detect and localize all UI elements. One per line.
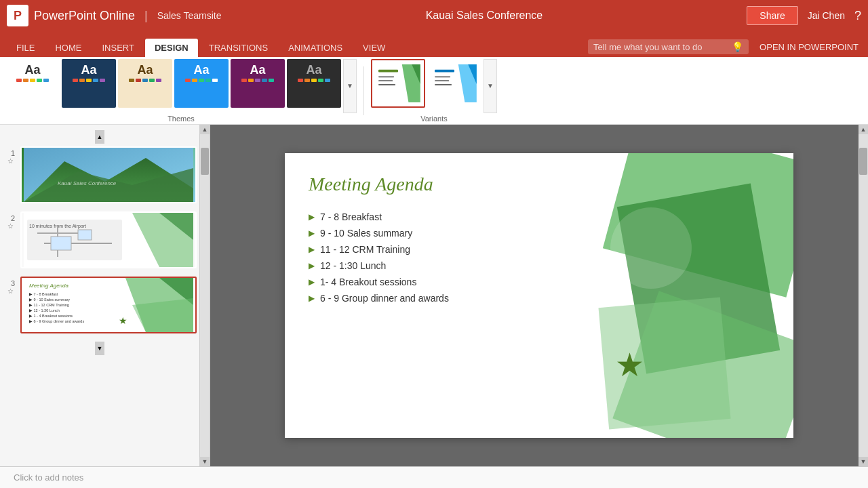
svg-rect-5	[378, 80, 393, 81]
agenda-item-1[interactable]: ▶ 9 - 10 Sales summary	[309, 228, 602, 239]
variant-2[interactable]	[427, 59, 481, 108]
slide-area: ▲ Meeting Agenda ▶ 7 - 8 Breakfast ▶	[210, 125, 868, 466]
agenda-arrow-3: ▶	[309, 261, 315, 270]
agenda-text-2: 11 - 12 CRM Training	[320, 244, 410, 255]
file-name: Kauai Sales Conference	[221, 9, 747, 22]
slide-number-1: 1	[1, 149, 15, 157]
slides-scroll-arrow-down[interactable]: ▼	[200, 457, 210, 466]
tab-animations[interactable]: ANIMATIONS	[279, 39, 352, 57]
slide-scroll-thumb	[859, 148, 867, 175]
svg-rect-10	[435, 69, 454, 72]
slides-scroll-thumb	[201, 148, 209, 175]
svg-rect-11	[435, 76, 450, 77]
svg-rect-13	[435, 83, 452, 85]
open-in-powerpoint-button[interactable]: OPEN IN POWERPOINT	[754, 40, 864, 54]
slide-item-1[interactable]: 1 ☆	[3, 146, 197, 203]
bg-circle	[610, 207, 692, 289]
svg-rect-27	[78, 230, 92, 240]
svg-text:▶ 11 - 12 CRM Training: ▶ 11 - 12 CRM Training	[29, 303, 69, 307]
svg-text:▶ 12 - 1:30 Lunch: ▶ 12 - 1:30 Lunch	[29, 308, 60, 312]
themes-row: Aa Aa	[5, 59, 357, 113]
agenda-arrow-0: ▶	[309, 212, 315, 222]
variants-label: Variants	[420, 115, 448, 123]
slides-scroll-down[interactable]: ▼	[95, 342, 104, 355]
notes-placeholder: Click to add notes	[14, 472, 83, 483]
agenda-text-5: 6 - 9 Group dinner and awards	[320, 293, 449, 304]
theme-dark[interactable]: Aa	[287, 59, 341, 108]
share-button[interactable]: Share	[747, 6, 797, 25]
agenda-item-5[interactable]: ▶ 6 - 9 Group dinner and awards	[309, 293, 602, 304]
agenda-item-3[interactable]: ▶ 12 - 1:30 Lunch	[309, 260, 602, 271]
slide-thumb-1[interactable]: Kauai Sales Conference	[20, 146, 197, 203]
theme-mesh[interactable]: Aa	[231, 59, 285, 108]
slide1-preview: Kauai Sales Conference	[22, 148, 195, 202]
help-icon[interactable]: ?	[854, 9, 861, 23]
agenda-item-0[interactable]: ▶ 7 - 8 Breakfast	[309, 211, 602, 222]
slide-thumb-3[interactable]: Meeting Agenda ▶ 7 - 8 Breakfast ▶ 9 - 1…	[20, 277, 197, 333]
agenda-arrow-2: ▶	[309, 245, 315, 254]
search-bar: 💡	[588, 39, 749, 54]
site-name: Sales Teamsite	[157, 10, 222, 21]
variant-1[interactable]	[371, 59, 425, 108]
theme-blank2[interactable]: Aa	[118, 59, 172, 108]
svg-text:Kauai Sales Conference: Kauai Sales Conference	[58, 180, 117, 186]
slide-content: Meeting Agenda ▶ 7 - 8 Breakfast ▶ 9 - 1…	[285, 153, 616, 438]
svg-text:▶ 9 - 10 Sales summary: ▶ 9 - 10 Sales summary	[29, 298, 70, 302]
slides-scroll-up[interactable]: ▲	[95, 130, 104, 144]
slide-item-2[interactable]: 2 ☆ 10 minutes from the Airport	[3, 211, 197, 268]
slide3-preview: Meeting Agenda ▶ 7 - 8 Breakfast ▶ 9 - 1…	[22, 278, 195, 332]
variants-row: ▼	[371, 59, 497, 113]
svg-rect-12	[435, 80, 449, 81]
star-decoration: ★	[615, 346, 644, 384]
agenda-text-0: 7 - 8 Breakfast	[320, 211, 382, 222]
notes-bar[interactable]: Click to add notes	[0, 466, 868, 488]
svg-text:▶ 7 - 8 Breakfast: ▶ 7 - 8 Breakfast	[29, 292, 58, 296]
slide-star-2: ☆	[7, 222, 14, 230]
svg-text:▶ 6 - 9 Group dinner and award: ▶ 6 - 9 Group dinner and awards	[29, 319, 84, 323]
tab-view[interactable]: VIEW	[353, 39, 395, 57]
tab-insert[interactable]: INSERT	[92, 39, 143, 57]
slides-scrollbar: ▲ ▼	[200, 125, 210, 466]
main-slide[interactable]: Meeting Agenda ▶ 7 - 8 Breakfast ▶ 9 - 1…	[285, 153, 793, 438]
agenda-arrow-5: ▶	[309, 293, 315, 303]
svg-rect-6	[378, 83, 395, 85]
variants-scroll-down[interactable]: ▼	[484, 59, 497, 113]
slides-scroll-track[interactable]	[200, 134, 210, 457]
agenda-item-2[interactable]: ▶ 11 - 12 CRM Training	[309, 244, 602, 255]
tab-design[interactable]: DESIGN	[145, 39, 198, 57]
ribbon-divider	[363, 66, 364, 115]
slides-panel: ▲ 1 ☆	[0, 125, 200, 466]
agenda-arrow-4: ▶	[309, 277, 315, 287]
variants-section: ▼ Variants	[371, 59, 497, 123]
slide-scrollbar-up[interactable]: ▲	[859, 125, 868, 134]
tab-transitions[interactable]: TRANSITIONS	[199, 39, 277, 57]
ribbon: Aa Aa	[0, 57, 868, 125]
slide-number-2: 2	[1, 214, 15, 222]
user-name: Jai Chen	[808, 10, 845, 21]
theme-circuit[interactable]: Aa	[62, 59, 116, 108]
slide-title[interactable]: Meeting Agenda	[309, 174, 602, 195]
svg-text:★: ★	[119, 315, 127, 326]
title-separator: |	[144, 9, 148, 23]
themes-scroll-down[interactable]: ▼	[343, 59, 357, 113]
search-input[interactable]	[593, 42, 729, 52]
logo-letter: P	[14, 9, 22, 23]
agenda-item-4[interactable]: ▶ 1- 4 Breakout sessions	[309, 277, 602, 287]
slide-area-scrollbar: ▲ ▼	[859, 125, 868, 466]
tab-file[interactable]: FILE	[7, 39, 44, 57]
ribbon-tabs: FILE HOME INSERT DESIGN TRANSITIONS ANIM…	[0, 31, 868, 57]
themes-label: Themes	[167, 115, 195, 123]
tab-home[interactable]: HOME	[45, 39, 91, 57]
svg-text:▶ 1 - 4 Breakout sessions: ▶ 1 - 4 Breakout sessions	[29, 314, 73, 318]
slide-scroll-track[interactable]	[859, 134, 868, 457]
theme-ion[interactable]: Aa	[174, 59, 229, 108]
svg-rect-26	[51, 237, 71, 250]
slide-area-scroll-down[interactable]: ▼	[859, 457, 868, 466]
theme-office[interactable]: Aa	[5, 59, 60, 108]
slide-item-3[interactable]: 3 ☆ Meeting Agenda	[3, 277, 197, 333]
slides-scroll-arrow-up[interactable]: ▲	[200, 125, 210, 134]
slide2-preview: 10 minutes from the Airport	[22, 213, 195, 267]
slide-thumb-2[interactable]: 10 minutes from the Airport	[20, 211, 197, 268]
agenda-arrow-1: ▶	[309, 228, 315, 238]
titlebar: P PowerPoint Online | Sales Teamsite Kau…	[0, 0, 868, 31]
